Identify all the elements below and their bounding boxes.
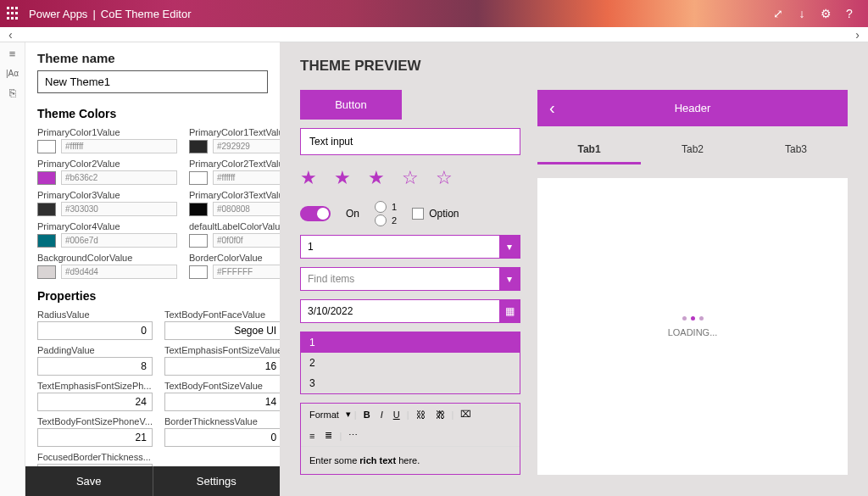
color-swatch[interactable] (189, 265, 208, 279)
left-rail: ≡ |Aα ⎘ (0, 42, 25, 496)
radio-1[interactable] (375, 201, 387, 213)
list-item[interactable]: 2 (301, 353, 520, 373)
save-button[interactable]: Save (25, 466, 153, 496)
chevron-down-icon[interactable]: ▾ (499, 268, 520, 290)
theme-name-input[interactable] (37, 70, 268, 93)
rich-text-editor[interactable]: Format▾ | B I U | ⛓ ⛓̸ | ⌧ ≡ ≣ | (300, 403, 520, 475)
header-label: Header (675, 102, 711, 114)
rail-tree-icon[interactable]: ≡ (9, 47, 16, 60)
fit-icon[interactable]: ⤢ (766, 7, 790, 20)
find-input[interactable] (301, 268, 499, 290)
body-size-input[interactable] (164, 393, 280, 411)
color-hex-input[interactable] (61, 265, 177, 279)
color-hex-input[interactable] (61, 139, 177, 153)
rte-format-dropdown[interactable]: Format (306, 408, 342, 421)
color-hex-input[interactable] (213, 233, 280, 248)
color-hex-input[interactable] (61, 233, 177, 248)
rail-text-icon[interactable]: |Aα (6, 69, 19, 78)
color-label: PrimaryColor1Value (37, 127, 177, 137)
theme-colors-heading: Theme Colors (37, 107, 268, 120)
toggle-label: On (346, 208, 359, 220)
fontface-input[interactable] (164, 321, 280, 340)
preview-area: THEME PREVIEW Button ★ ★ ★ ☆ ☆ On 1 2 (280, 42, 868, 496)
color-hex-input[interactable] (213, 170, 280, 185)
combo-box[interactable]: ▾ (300, 235, 520, 259)
color-swatch[interactable] (37, 140, 56, 153)
body-size-ph-input[interactable] (37, 428, 153, 447)
gear-icon[interactable]: ⚙ (814, 7, 837, 20)
tab-strip: Tab1 Tab2 Tab3 (537, 137, 848, 166)
checkbox[interactable] (412, 208, 424, 220)
color-hex-input[interactable] (213, 139, 280, 153)
color-hex-input[interactable] (213, 265, 280, 279)
rte-body[interactable]: Enter some rich text here. (301, 447, 520, 474)
color-hex-input[interactable] (213, 202, 280, 216)
list-box[interactable]: 1 2 3 (300, 332, 520, 394)
color-label: PrimaryColor4Value (37, 221, 177, 231)
color-swatch[interactable] (189, 234, 208, 248)
emph-size-ph-label: TextEmphasisFontSizePh... (37, 381, 153, 391)
link-icon[interactable]: ⛓ (413, 408, 429, 421)
rail-data-icon[interactable]: ⎘ (9, 86, 16, 99)
color-hex-input[interactable] (61, 170, 177, 185)
tab-2[interactable]: Tab2 (641, 137, 744, 164)
tab-3[interactable]: Tab3 (744, 137, 848, 164)
focused-border-label: FocusedBorderThickness... (37, 452, 153, 462)
waffle-icon[interactable] (7, 7, 20, 20)
preview-button[interactable]: Button (300, 90, 402, 120)
star-1-icon[interactable]: ★ (300, 167, 317, 189)
color-swatch[interactable] (37, 234, 56, 248)
help-icon[interactable]: ? (837, 7, 861, 20)
more-icon[interactable]: ⋯ (345, 428, 361, 443)
forward-chevron-icon[interactable]: › (855, 28, 860, 42)
download-icon[interactable]: ↓ (790, 7, 814, 20)
color-swatch[interactable] (37, 265, 56, 279)
color-swatch[interactable] (37, 203, 56, 216)
padding-input[interactable] (37, 357, 153, 376)
radio-2[interactable] (375, 215, 387, 226)
chevron-down-icon[interactable]: ▾ (346, 409, 351, 420)
back-icon[interactable]: ‹ (549, 98, 555, 118)
list-item[interactable]: 1 (301, 332, 520, 353)
rating-control[interactable]: ★ ★ ★ ☆ ☆ (300, 167, 520, 189)
settings-button[interactable]: Settings (153, 466, 281, 496)
star-2-icon[interactable]: ★ (334, 167, 351, 189)
clear-format-icon[interactable]: ⌧ (457, 407, 475, 421)
theme-name-label: Theme name (37, 51, 268, 65)
calendar-icon[interactable]: ▦ (499, 300, 520, 322)
unlink-icon[interactable]: ⛓̸ (432, 408, 448, 421)
list-item[interactable]: 3 (301, 373, 520, 393)
border-thick-label: BorderThicknessValue (164, 416, 280, 426)
back-strip: ‹ › (0, 27, 868, 42)
star-3-icon[interactable]: ★ (368, 167, 385, 189)
tab-1[interactable]: Tab1 (537, 137, 641, 164)
italic-icon[interactable]: I (377, 408, 387, 421)
star-4-icon[interactable]: ☆ (402, 167, 419, 189)
color-swatch[interactable] (189, 140, 208, 153)
date-picker[interactable]: ▦ (300, 299, 520, 323)
chevron-down-icon[interactable]: ▾ (499, 236, 520, 258)
body-size-label: TextBodyFontSizeValue (164, 381, 280, 391)
combo-input[interactable] (301, 236, 499, 258)
star-5-icon[interactable]: ☆ (436, 167, 453, 189)
loading-card: LOADING... (537, 178, 848, 475)
color-swatch[interactable] (189, 171, 208, 185)
emph-size-ph-input[interactable] (37, 393, 153, 411)
emph-size-input[interactable] (164, 357, 280, 376)
back-chevron-icon[interactable]: ‹ (8, 28, 13, 42)
date-input[interactable] (301, 300, 499, 322)
properties-heading: Properties (37, 289, 268, 303)
preview-heading: THEME PREVIEW (300, 58, 848, 75)
underline-icon[interactable]: U (390, 408, 403, 421)
align-left-icon[interactable]: ≡ (306, 429, 318, 443)
color-hex-input[interactable] (61, 202, 177, 216)
color-swatch[interactable] (37, 171, 56, 185)
radius-input[interactable] (37, 321, 153, 340)
bold-icon[interactable]: B (360, 408, 374, 421)
toggle-switch[interactable] (300, 206, 331, 221)
color-swatch[interactable] (189, 203, 208, 216)
border-thick-input[interactable] (164, 428, 280, 447)
preview-text-input[interactable] (300, 128, 520, 155)
find-combo[interactable]: ▾ (300, 267, 520, 291)
align-center-icon[interactable]: ≣ (321, 428, 336, 443)
